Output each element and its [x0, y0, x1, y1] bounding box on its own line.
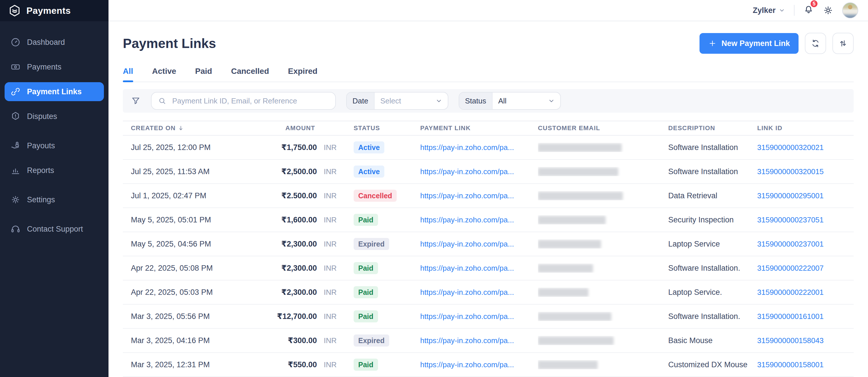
link-id[interactable]: 3159000000158001: [757, 360, 824, 369]
column-header-label: CREATED ON: [131, 124, 176, 132]
funnel-icon[interactable]: [131, 96, 141, 106]
currency-code: INR: [324, 360, 341, 369]
customer-email-redacted: [538, 337, 614, 345]
link-id[interactable]: 3159000000161001: [757, 312, 824, 321]
link-id[interactable]: 3159000000237051: [757, 215, 824, 224]
status-badge: Paid: [353, 310, 378, 322]
table-row: Mar 3, 2025, 05:56 PM₹12,700.00INRPaidht…: [123, 304, 854, 329]
sort-arrows-icon: [838, 38, 848, 48]
tab-cancelled[interactable]: Cancelled: [231, 67, 269, 82]
search-icon: [158, 96, 166, 105]
cell-status: Expired: [341, 238, 420, 250]
cell-created-on: Jul 1, 2025, 02:47 PM: [123, 192, 255, 200]
cell-customer-email: [538, 215, 668, 225]
link-id[interactable]: 3159000000320021: [757, 143, 824, 152]
date-filter-select[interactable]: Date Select: [346, 92, 448, 110]
tab-expired[interactable]: Expired: [288, 67, 317, 82]
sidebar-item-label: Reports: [27, 166, 54, 175]
payment-link-url[interactable]: https://pay-in.zoho.com/pa...: [420, 167, 514, 176]
link-id[interactable]: 3159000000158043: [757, 336, 824, 345]
column-header-payment-link: PAYMENT LINK: [420, 124, 538, 132]
notification-count-badge: 5: [809, 0, 818, 8]
sidebar-item-payments[interactable]: Payments: [5, 57, 104, 77]
sidebar: Payments DashboardPaymentsPayment LinksD…: [0, 0, 108, 377]
column-header-created-on[interactable]: CREATED ON: [123, 124, 255, 132]
amount-value: ₹2,300.00: [255, 263, 317, 273]
new-payment-link-button[interactable]: New Payment Link: [700, 33, 799, 54]
currency-code: INR: [324, 264, 341, 273]
tab-paid[interactable]: Paid: [195, 67, 212, 82]
payment-link-url[interactable]: https://pay-in.zoho.com/pa...: [420, 143, 514, 152]
sidebar-item-reports[interactable]: Reports: [5, 161, 104, 180]
payment-link-url[interactable]: https://pay-in.zoho.com/pa...: [420, 288, 514, 296]
sidebar-nav: DashboardPaymentsPayment LinksDisputesPa…: [0, 21, 108, 244]
sidebar-item-disputes[interactable]: Disputes: [5, 107, 104, 126]
payment-link-url[interactable]: https://pay-in.zoho.com/pa...: [420, 215, 514, 224]
currency-code: INR: [324, 288, 341, 297]
hexagon-logo-icon: [8, 4, 21, 17]
app-window: Payments DashboardPaymentsPayment LinksD…: [0, 0, 868, 377]
table-header-row: CREATED ONAMOUNTSTATUSPAYMENT LINKCUSTOM…: [123, 121, 854, 136]
status-badge: Paid: [353, 286, 378, 298]
cell-description: Software Installation: [668, 143, 757, 152]
page-content: Payment Links New Payment Link AllActive…: [108, 21, 868, 377]
sort-button[interactable]: [832, 33, 854, 54]
cell-customer-email: [538, 288, 668, 297]
payment-link-url[interactable]: https://pay-in.zoho.com/pa...: [420, 336, 514, 345]
page-header: Payment Links New Payment Link: [123, 33, 854, 54]
status-filter-select[interactable]: Status All: [459, 92, 561, 110]
column-header-customer-email: CUSTOMER EMAIL: [538, 124, 668, 132]
cell-amount: ₹2.500.00INR: [255, 191, 341, 200]
payment-link-url[interactable]: https://pay-in.zoho.com/pa...: [420, 240, 514, 248]
cell-payment-link: https://pay-in.zoho.com/pa...: [420, 288, 538, 297]
sidebar-item-settings[interactable]: Settings: [5, 190, 104, 209]
cell-link-id: 3159000000161001: [757, 312, 854, 321]
column-header-label: AMOUNT: [255, 124, 315, 132]
payment-link-url[interactable]: https://pay-in.zoho.com/pa...: [420, 264, 514, 272]
payment-link-url[interactable]: https://pay-in.zoho.com/pa...: [420, 360, 514, 369]
cell-customer-email: [538, 143, 668, 152]
tab-active[interactable]: Active: [152, 67, 176, 82]
gear-icon[interactable]: [823, 5, 834, 16]
sidebar-item-payouts[interactable]: Payouts: [5, 136, 104, 155]
tab-all[interactable]: All: [123, 67, 133, 82]
amount-value: ₹2,500.00: [255, 167, 317, 176]
sidebar-item-contact-support[interactable]: Contact Support: [5, 220, 104, 238]
sidebar-item-dashboard[interactable]: Dashboard: [5, 33, 104, 52]
table-row: Mar 3, 2025, 04:16 PM₹300.00INRExpiredht…: [123, 329, 854, 353]
column-header-label: PAYMENT LINK: [420, 124, 471, 132]
customer-email-redacted: [538, 216, 606, 225]
org-switcher[interactable]: Zylker: [753, 6, 785, 15]
cell-status: Paid: [341, 310, 420, 322]
cell-created-on: Jul 25, 2025, 12:00 PM: [123, 143, 255, 152]
sidebar-item-label: Dashboard: [27, 38, 65, 47]
payment-link-url[interactable]: https://pay-in.zoho.com/pa...: [420, 192, 514, 200]
refresh-button[interactable]: [805, 33, 826, 54]
main-area: Zylker 5 Payment Links New Payment Link: [108, 0, 868, 377]
search-box: [151, 92, 336, 110]
customer-email-redacted: [538, 143, 622, 152]
link-id[interactable]: 3159000000237001: [757, 240, 824, 248]
cell-link-id: 3159000000222007: [757, 264, 854, 273]
sidebar-item-payment-links[interactable]: Payment Links: [5, 82, 104, 101]
date-filter-value: Select: [375, 96, 435, 106]
status-badge: Active: [353, 166, 384, 178]
notifications-button[interactable]: 5: [803, 4, 814, 17]
payment-link-url[interactable]: https://pay-in.zoho.com/pa...: [420, 312, 514, 321]
cell-amount: ₹300.00INR: [255, 336, 341, 345]
cell-amount: ₹2,300.00INR: [255, 288, 341, 297]
cell-amount: ₹2,300.00INR: [255, 263, 341, 273]
cell-description: Software Installation.: [668, 312, 757, 321]
currency-code: INR: [324, 143, 341, 152]
refresh-icon: [811, 38, 820, 48]
link-id[interactable]: 3159000000295001: [757, 192, 824, 200]
cell-status: Expired: [341, 335, 420, 347]
link-id[interactable]: 3159000000222007: [757, 264, 824, 272]
amount-value: ₹2,300.00: [255, 288, 317, 297]
cell-payment-link: https://pay-in.zoho.com/pa...: [420, 360, 538, 369]
link-id[interactable]: 3159000000320015: [757, 167, 824, 176]
link-id[interactable]: 3159000000222001: [757, 288, 824, 296]
cell-amount: ₹2,300.00INR: [255, 239, 341, 249]
search-input[interactable]: [171, 96, 329, 106]
avatar[interactable]: [842, 2, 858, 19]
